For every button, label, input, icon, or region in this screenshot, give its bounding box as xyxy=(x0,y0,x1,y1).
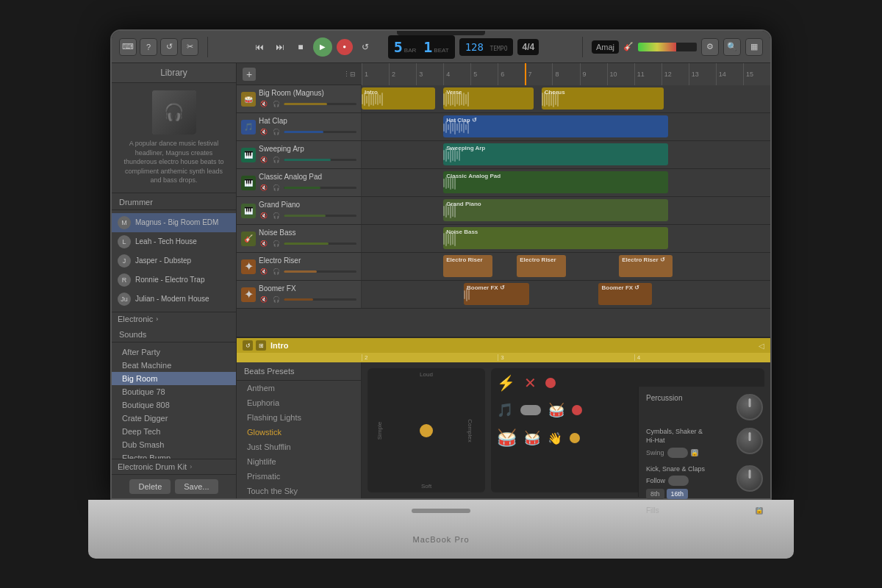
kick-dot[interactable] xyxy=(570,433,580,443)
electronic-label[interactable]: Electronic › xyxy=(112,312,236,326)
snare-icon[interactable]: 🥁 xyxy=(524,430,540,446)
preset-prismatic[interactable]: Prismatic xyxy=(237,469,361,484)
clip-electro-riser-3[interactable]: Electro Riser ↺ xyxy=(619,255,672,277)
clip-analog-pad[interactable]: Classic Analog Pad xyxy=(443,171,668,193)
volume-slider-6[interactable] xyxy=(284,243,356,245)
preset-just-shufflin[interactable]: Just Shufflin xyxy=(237,440,361,454)
search-btn2[interactable]: 🔍 xyxy=(723,38,741,56)
clip-grand-piano[interactable]: Grand Piano xyxy=(443,199,668,221)
beat-loop-icon[interactable]: ↺ xyxy=(243,340,253,351)
key-display[interactable]: Amaj xyxy=(592,40,619,54)
drummer-item-0[interactable]: M Magnus - Big Room EDM xyxy=(112,213,236,232)
preset-euphoria[interactable]: Euphoria xyxy=(237,395,361,410)
track-timeline-electro-riser[interactable]: Electro Riser Electro Riser Electro Rise… xyxy=(362,253,770,280)
headphone-btn-6[interactable]: 🎧 xyxy=(271,238,282,248)
headphone-btn-7[interactable]: 🎧 xyxy=(271,266,282,276)
keyboard-btn[interactable]: ⌨ xyxy=(119,38,137,56)
clip-verse[interactable]: Verse xyxy=(443,87,533,110)
mute-btn-7[interactable]: 🔇 xyxy=(259,266,269,276)
sound-dub-smash[interactable]: Dub Smash xyxy=(112,438,236,451)
drummer-item-2[interactable]: J Jasper - Dubstep xyxy=(112,251,236,270)
record-btn[interactable]: ● xyxy=(337,39,353,55)
follow-toggle[interactable] xyxy=(668,476,689,486)
mute-btn-5[interactable]: 🔇 xyxy=(259,210,269,220)
cycle-btn[interactable]: ↺ xyxy=(357,39,373,55)
save-button[interactable]: Save... xyxy=(175,479,218,494)
delete-button[interactable]: Delete xyxy=(129,479,171,494)
mute-btn-3[interactable]: 🔇 xyxy=(259,154,269,165)
swing-toggle[interactable] xyxy=(667,448,688,458)
clip-boomer-fx-2[interactable]: Boomer FX ↺ xyxy=(598,283,651,305)
mute-btn[interactable]: 🔇 xyxy=(259,98,269,109)
beat-pad-active[interactable] xyxy=(420,424,433,437)
clip-electro-riser-1[interactable]: Electro Riser xyxy=(443,255,492,277)
mute-btn-2[interactable]: 🔇 xyxy=(259,126,269,137)
mute-btn-6[interactable]: 🔇 xyxy=(259,238,269,248)
electronic-drum-kit-label[interactable]: Electronic Drum Kit › xyxy=(112,459,236,474)
fills-lock[interactable]: 🔒 xyxy=(756,507,763,514)
volume-slider-8[interactable] xyxy=(284,298,356,301)
add-track-button[interactable]: + xyxy=(243,68,256,81)
eighth-btn[interactable]: 8th xyxy=(646,489,664,499)
clip-electro-riser-2[interactable]: Electro Riser xyxy=(517,255,566,277)
track-timeline-noise-bass[interactable]: Noise Bass xyxy=(362,225,770,252)
refresh-btn[interactable]: ↺ xyxy=(160,38,178,56)
stop-btn[interactable]: ■ xyxy=(293,39,309,55)
forward-btn[interactable]: ⏭ xyxy=(272,39,288,55)
drummer-item-4[interactable]: Ju Julian - Modern House xyxy=(112,290,236,309)
sound-boutique-78[interactable]: Boutique 78 xyxy=(112,385,236,398)
percussion-knob[interactable] xyxy=(736,394,763,420)
clip-intro[interactable]: Intro xyxy=(362,87,435,110)
sound-crate-digger[interactable]: Crate Digger xyxy=(112,412,236,425)
preset-nightlife[interactable]: Nightlife xyxy=(237,454,361,469)
hi-hat-icon[interactable] xyxy=(520,405,541,415)
cymbal-icon-1[interactable]: 🎵 xyxy=(497,402,513,418)
sound-after-party[interactable]: After Party xyxy=(112,345,236,359)
track-timeline-hat-clap[interactable]: Hat Clap ↺ xyxy=(362,113,770,140)
percussion-dot[interactable] xyxy=(545,378,556,388)
headphone-btn-2[interactable]: 🎧 xyxy=(271,126,282,137)
track-timeline-grand-piano[interactable]: Grand Piano xyxy=(362,197,770,224)
headphone-btn-3[interactable]: 🎧 xyxy=(271,154,282,165)
settings-btn[interactable]: ⚙ xyxy=(701,38,719,56)
track-timeline-boomer-fx[interactable]: Boomer FX ↺ Boomer FX ↺ xyxy=(362,281,770,308)
swing-lock[interactable]: 🔒 xyxy=(691,449,698,456)
headphone-btn-8[interactable]: 🎧 xyxy=(271,294,282,304)
shaker-icon[interactable]: 🥁 xyxy=(548,402,564,418)
cymbal-dot[interactable] xyxy=(572,405,582,415)
sound-beat-machine[interactable]: Beat Machine xyxy=(112,359,236,372)
help-btn[interactable]: ? xyxy=(140,38,157,56)
play-btn[interactable]: ▶ xyxy=(313,37,332,57)
x-icon[interactable]: ✕ xyxy=(524,374,537,392)
headphone-btn[interactable]: 🎧 xyxy=(271,98,282,109)
mute-btn-4[interactable]: 🔇 xyxy=(259,182,269,193)
sixteenth-btn[interactable]: 16th xyxy=(667,489,689,499)
volume-slider-2[interactable] xyxy=(284,131,356,133)
clip-noise-bass[interactable]: Noise Bass xyxy=(443,227,668,249)
cymbals-knob[interactable] xyxy=(736,428,763,454)
volume-slider-7[interactable] xyxy=(284,270,356,273)
clip-sweeping-arp[interactable]: Sweeping Arp xyxy=(443,143,668,165)
preset-flashing-lights[interactable]: Flashing Lights xyxy=(237,410,361,425)
volume-slider-3[interactable] xyxy=(284,159,356,161)
mute-btn-8[interactable]: 🔇 xyxy=(259,294,269,304)
preset-touch-the-sky[interactable]: Touch the Sky xyxy=(237,484,361,498)
tempo-display[interactable]: 128 TEMPO xyxy=(459,38,514,56)
scissors-btn[interactable]: ✂ xyxy=(181,38,198,56)
sound-deep-tech[interactable]: Deep Tech xyxy=(112,425,236,438)
rewind-btn[interactable]: ⏮ xyxy=(251,39,268,55)
volume-slider[interactable] xyxy=(284,103,356,105)
preset-glowstick[interactable]: Glowstick xyxy=(237,425,361,440)
track-timeline-big-room[interactable]: Intro Verse xyxy=(362,85,770,112)
grid-btn[interactable]: ▦ xyxy=(745,38,763,56)
sound-electro-bump[interactable]: Electro Bump xyxy=(112,451,236,459)
track-timeline-sweeping-arp[interactable]: Sweeping Arp xyxy=(362,141,770,168)
sound-boutique-808[interactable]: Boutique 808 xyxy=(112,398,236,412)
clip-chorus[interactable]: Chorus xyxy=(542,87,664,110)
kick-knob[interactable] xyxy=(736,465,763,492)
time-sig-display[interactable]: 4/4 xyxy=(517,39,539,55)
drummer-item-3[interactable]: R Ronnie - Electro Trap xyxy=(112,270,236,290)
clip-boomer-fx-1[interactable]: Boomer FX ↺ xyxy=(464,283,529,305)
drum-icon[interactable]: 🥁 xyxy=(497,429,517,448)
clap-icon[interactable]: 👋 xyxy=(548,431,562,445)
